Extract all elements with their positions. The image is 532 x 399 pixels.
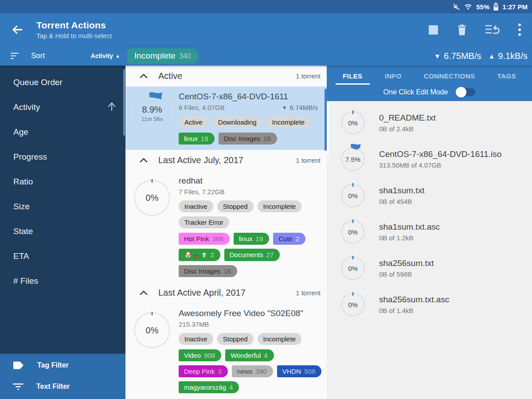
status-chip: Active [179,116,208,128]
tag-pill[interactable]: linux 19 [234,233,270,245]
progress-percent: 0% [348,301,358,309]
tag-pill[interactable]: Documents 27 [224,249,280,261]
tag-pill[interactable]: linux 19 [179,133,215,145]
sidebar-item-files[interactable]: # Files [0,269,125,293]
sidebar-text-filter[interactable]: Text Filter [0,376,125,397]
edit-mode-toggle[interactable] [457,88,475,96]
edit-mode-row: One Click Edit Mode [327,85,532,101]
filter-bar: Sort Activity ▲ Incomplete 340 ▼ 6.75MB/… [0,46,532,66]
sidebar-item-age[interactable]: Age [0,120,125,145]
back-button[interactable] [7,20,27,39]
section-header-active[interactable]: Active 1 torrent [125,66,327,86]
details-panel: FILESINFOCONNECTIONSTAGS One Click Edit … [327,66,532,399]
tag-pill[interactable]: VHDN 508 [277,365,322,377]
tag-label: Cute [278,235,293,243]
sidebar-item-state[interactable]: State [0,219,125,244]
file-row[interactable]: 0% sha1sum.txt 0B of 454B [327,177,532,214]
torrent-info: CentOS-7-x86_64-DVD-1611 6 Files, 4.07GB… [179,90,327,145]
torrent-eta: 11m 56s [141,116,163,122]
file-row[interactable]: 7.5% CentOS-7-x86_64-DVD-1611.iso 313.50… [327,141,532,177]
active-filter-chip[interactable]: Incomplete 340 [127,48,199,64]
torrent-row[interactable]: 8.9%11m 56s CentOS-7-x86_64-DVD-1611 6 F… [125,86,327,150]
progress-percent: 0% [146,193,159,203]
file-name: CentOS-7-x86_64-DVD-1611.iso [379,149,501,159]
tag-count: 2 [296,235,299,243]
progress-percent: 7.5% [345,156,360,163]
sort-value[interactable]: Activity ▲ [91,52,120,59]
file-list-scrollbar[interactable] [327,103,329,155]
tag-pill[interactable]: Deep Pink 3 [179,365,228,377]
sidebar-item-queue-order[interactable]: Queue Order [0,70,125,95]
download-speed: ▼ 6.75MB/s [434,51,481,61]
collapse-chevron-icon [140,158,148,163]
sidebar-item-size[interactable]: Size [0,194,125,219]
tab-tags[interactable]: TAGS [490,70,523,85]
tag-count: 19 [201,135,208,142]
status-chip: Stopped [217,333,254,345]
tag-pill[interactable]: 🐶👞🗡 2 [179,249,220,261]
tag-pill[interactable]: Disc Images 16 [219,133,277,145]
section-header-last-active-april-2017[interactable]: Last Active April, 2017 1 torrent [125,282,327,303]
collapse-chevron-icon [140,290,148,295]
tag-pill[interactable]: magyarország 4 [179,381,239,393]
file-info: sha1sum.txt.asc 0B of 1.2kB [379,222,440,242]
tag-label: magyarország [184,383,226,391]
sidebar-item-label: Progress [13,152,47,162]
sidebar-item-label: State [13,227,33,236]
file-row[interactable]: 0% sha1sum.txt.asc 0B of 1.2kB [327,214,532,250]
progress-circle: 0% [340,219,366,245]
tag-pill[interactable]: Cute 2 [273,233,305,245]
section-header-last-active-july-2017[interactable]: Last Active July, 2017 1 torrent [125,150,327,171]
sidebar-item-progress[interactable]: Progress [0,145,125,169]
tag-pill[interactable]: Video 908 [179,349,221,361]
sidebar-tag-filter[interactable]: Tag Filter [0,355,125,376]
file-row[interactable]: 0% sha256sum.txt.asc 0B of 1.4kB [327,286,532,323]
torrent-row[interactable]: 0% redhat 7 Files, 7.22GB InactiveStoppe… [125,171,327,282]
tag-count: 16 [263,135,271,142]
torrent-row[interactable]: 0% Awesomely Free Video "S02E08" 215.37M… [125,303,327,399]
file-row[interactable]: 0% 0_README.txt 0B of 2.4kB [327,105,532,141]
file-size-progress: 0B of 1.2kB [379,234,440,242]
tag-pill[interactable]: Hot Pink 368 [179,233,230,245]
file-size-progress: 0B of 598B [379,270,434,278]
status-chip: Incomplete [258,200,301,212]
file-size-progress: 313.50MB of 4.07GB [379,161,501,169]
progress-percent: 8.9% [142,105,162,115]
sort-control[interactable]: Sort Activity ▲ [0,51,125,61]
transfer-speeds: ▼ 6.75MB/s ▲ 9.1kB/s [434,51,532,61]
clock: 1:27 PM [502,3,528,11]
toggle-knob [456,87,466,98]
sidebar-item-label: Age [13,127,28,137]
upload-speed: ▲ 9.1kB/s [488,51,528,61]
sidebar-item-label: Activity [13,102,40,112]
overflow-menu-button[interactable] [518,23,521,36]
tag-count: 27 [266,251,274,258]
progress-percent: 0% [348,192,358,200]
sidebar-item-ratio[interactable]: Ratio [0,169,125,194]
tab-connections[interactable]: CONNECTIONS [417,70,482,85]
tag-pill[interactable]: Wonderful 4 [225,349,274,361]
sidebar-item-eta[interactable]: ETA [0,244,125,269]
filter-icon [12,383,24,391]
file-row[interactable]: 0% sha256sum.txt 0B of 598B [327,250,532,286]
select-all-button[interactable] [428,24,439,35]
section-title: Last Active April, 2017 [158,288,246,298]
tag-pill[interactable]: Disc Images 16 [179,265,237,277]
sidebar-item-label: # Files [13,276,38,286]
torrent-info: Awesomely Free Video "S02E08" 215.37MB I… [179,307,327,393]
sidebar-item-activity[interactable]: Activity [0,95,125,120]
file-size-progress: 0B of 2.4kB [379,125,436,133]
reorder-list-button[interactable] [485,24,500,35]
tag-count: 4 [229,383,233,391]
sidebar-scrollbar[interactable] [123,69,125,136]
tab-files[interactable]: FILES [336,70,370,85]
tag-count: 3 [218,368,221,375]
collapse-chevron-icon [140,74,148,78]
progress-percent: 0% [146,325,159,336]
progress-percent: 0% [348,228,358,236]
tag-pill[interactable]: news 390 [232,365,273,377]
status-chips: ActiveDownloadingIncomplete [179,116,323,128]
delete-button[interactable] [457,24,467,36]
main-content: Queue OrderActivityAgeProgressRatioSizeS… [0,66,532,399]
tab-info[interactable]: INFO [378,70,408,85]
